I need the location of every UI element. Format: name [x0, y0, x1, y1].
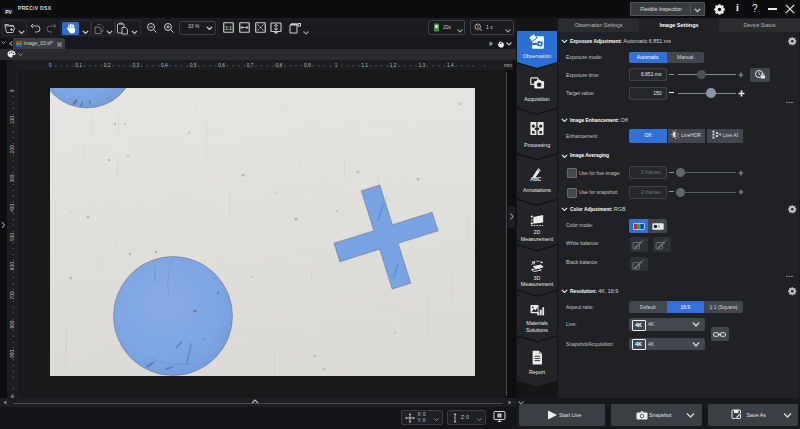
svg-text:1:1: 1:1: [225, 26, 232, 31]
svg-text:0: 0: [10, 89, 15, 92]
svg-text:1,1: 1,1: [361, 63, 368, 68]
svg-text:300: 300: [10, 174, 15, 182]
svg-text:400: 400: [10, 203, 15, 211]
svg-text:0,4: 0,4: [161, 63, 168, 68]
svg-text:0,9: 0,9: [304, 63, 311, 68]
svg-text:0,8: 0,8: [275, 63, 282, 68]
svg-text:1: 1: [335, 63, 338, 68]
svg-text:ABC: ABC: [530, 175, 541, 181]
svg-text:1,4: 1,4: [447, 63, 454, 68]
svg-text:0,7: 0,7: [247, 63, 254, 68]
svg-text:0,1: 0,1: [75, 63, 82, 68]
svg-text:900: 900: [10, 349, 15, 357]
svg-text:i: i: [499, 414, 500, 418]
svg-text:200: 200: [10, 145, 15, 153]
svg-text:PV: PV: [5, 9, 12, 15]
svg-text:0,6: 0,6: [218, 63, 225, 68]
svg-text:700: 700: [10, 291, 15, 299]
svg-text:1,2: 1,2: [390, 63, 397, 68]
svg-text:1,3: 1,3: [418, 63, 425, 68]
svg-text:0,5: 0,5: [190, 63, 197, 68]
svg-text:1: 1: [477, 24, 480, 29]
svg-text:100: 100: [10, 115, 15, 123]
svg-text:0: 0: [49, 63, 52, 68]
svg-text:800: 800: [10, 320, 15, 328]
svg-text:0,2: 0,2: [104, 63, 111, 68]
svg-text:0,3: 0,3: [132, 63, 139, 68]
svg-text:mm: mm: [504, 63, 512, 68]
svg-text:500: 500: [10, 232, 15, 240]
svg-text:600: 600: [10, 261, 15, 269]
